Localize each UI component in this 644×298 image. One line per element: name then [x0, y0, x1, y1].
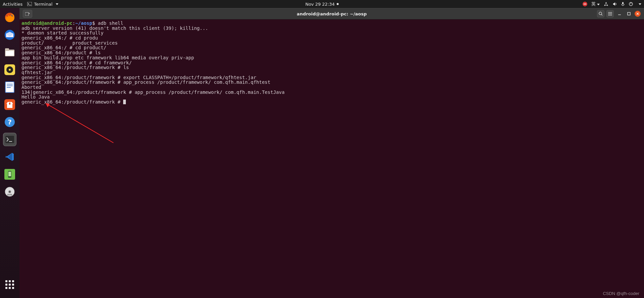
svg-rect-23	[9, 103, 10, 105]
dock-help[interactable]: ?	[3, 115, 16, 129]
dock-thunderbird[interactable]	[3, 28, 16, 42]
dvd-icon: DVD	[4, 186, 15, 197]
term-line: generic_x86_64:/product/framework # expo…	[21, 75, 256, 80]
microphone-icon[interactable]	[621, 2, 625, 6]
svg-rect-26	[5, 136, 14, 143]
network-icon[interactable]	[604, 2, 608, 6]
svg-rect-0	[27, 2, 32, 6]
files-icon	[4, 48, 15, 57]
dock-firefox[interactable]	[3, 11, 16, 24]
titlebar: android@android-pc: ~/aosp	[19, 8, 644, 19]
new-tab-button[interactable]	[23, 10, 32, 18]
cursor	[123, 100, 126, 104]
chevron-down-icon	[56, 3, 58, 5]
gnome-topbar: Activities Terminal Nov 29 22:34 英	[0, 0, 644, 8]
watermark: CSDN @qfh-coder	[603, 291, 639, 296]
clock[interactable]: Nov 29 22:34	[305, 2, 339, 7]
svg-rect-18	[7, 84, 13, 84]
window-title: android@android-pc: ~/aosp	[297, 11, 366, 16]
terminal-window: android@android-pc: ~/aosp android@andro…	[19, 8, 644, 298]
term-line: generic_x86_64:/product # ls	[21, 50, 101, 55]
dock-android-studio[interactable]	[3, 168, 16, 181]
dock-dvd[interactable]: DVD	[3, 185, 16, 198]
term-line: adb server version (41) doesn't match th…	[21, 25, 208, 31]
prompt-path: ~/aosp	[75, 20, 92, 26]
svg-rect-36	[25, 12, 29, 16]
term-line: adb shell	[95, 20, 123, 26]
close-button[interactable]	[635, 11, 641, 17]
term-line: Aborted	[21, 84, 41, 90]
maximize-icon	[627, 12, 631, 15]
term-line: generic_x86_64:/product/framework # app_…	[21, 79, 270, 85]
terminal-icon	[5, 136, 14, 143]
dock-writer[interactable]	[3, 80, 16, 94]
hamburger-menu-button[interactable]	[606, 10, 614, 17]
svg-rect-45	[628, 12, 630, 15]
clock-label: Nov 29 22:34	[305, 2, 335, 7]
help-icon: ?	[4, 117, 15, 127]
annotation-arrow	[40, 99, 117, 146]
new-tab-icon	[25, 12, 30, 16]
svg-point-34	[9, 191, 10, 192]
prompt-sep: :	[72, 20, 75, 26]
android-icon	[4, 169, 15, 180]
svg-rect-20	[7, 87, 11, 88]
term-line: product/ product_services	[21, 40, 118, 46]
maximize-button[interactable]	[625, 10, 633, 17]
hamburger-icon	[608, 12, 612, 15]
app-menu[interactable]: Terminal	[27, 2, 58, 7]
dock-files[interactable]	[3, 46, 16, 59]
svg-rect-5	[622, 2, 624, 4]
app-menu-label: Terminal	[34, 2, 52, 7]
notification-dot-icon	[337, 3, 339, 5]
terminal-icon	[27, 2, 32, 6]
term-line: Hello Java	[21, 94, 50, 100]
power-icon[interactable]	[629, 2, 633, 6]
svg-rect-30	[8, 172, 11, 176]
input-language-label: 英	[591, 1, 596, 6]
search-button[interactable]	[597, 10, 604, 17]
dock: ? DVD	[0, 8, 19, 298]
minimize-icon	[618, 12, 621, 15]
dock-terminal[interactable]	[3, 133, 16, 146]
prompt-dollar: $	[92, 20, 95, 26]
svg-line-40	[601, 14, 602, 15]
term-line: generic_x86_64:/product # cd framework/	[21, 60, 132, 65]
svg-point-16	[9, 69, 11, 71]
dock-rhythmbox[interactable]	[3, 63, 16, 76]
svg-text:DVD: DVD	[7, 193, 12, 196]
activities-button[interactable]: Activities	[3, 2, 22, 7]
search-icon	[599, 12, 603, 16]
apps-grid-icon	[5, 280, 14, 289]
firefox-icon	[4, 12, 15, 23]
close-icon	[636, 12, 639, 15]
minimize-button[interactable]	[616, 10, 623, 17]
input-language[interactable]: 英	[591, 1, 600, 7]
term-line: generic_x86_64:/ # cd produ	[21, 35, 98, 41]
term-line: generic_x86_64:/product/framework #	[21, 99, 123, 105]
term-line: 134|generic_x86_64:/product/framework # …	[21, 90, 285, 95]
terminal-body[interactable]: android@android-pc:~/aosp$ adb shell adb…	[19, 19, 644, 298]
volume-icon[interactable]	[612, 2, 617, 6]
prompt-user: android@android-pc	[21, 20, 72, 26]
svg-rect-12	[5, 48, 9, 51]
term-line: * daemon started successfully	[21, 30, 103, 36]
chevron-down-icon	[597, 4, 600, 5]
dock-software[interactable]	[3, 98, 16, 111]
term-line: qfhtest.jar	[21, 70, 53, 75]
libreoffice-writer-icon	[5, 81, 14, 93]
svg-point-39	[599, 12, 602, 15]
vscode-icon	[5, 152, 15, 162]
svg-text:?: ?	[8, 118, 12, 126]
chevron-down-icon	[639, 3, 641, 5]
svg-rect-19	[7, 85, 13, 86]
term-line: app bin build.prop etc framework lib64 m…	[21, 55, 194, 60]
do-not-disturb-icon[interactable]	[583, 2, 587, 6]
ubuntu-software-icon	[4, 99, 15, 110]
rhythmbox-icon	[4, 64, 15, 75]
show-applications[interactable]	[3, 278, 16, 291]
term-line: generic_x86_64:/product/framework # ls	[21, 65, 129, 70]
term-line: generic_x86_64:/ # cd product/	[21, 45, 106, 50]
dock-vscode[interactable]	[3, 150, 16, 164]
thunderbird-icon	[4, 29, 15, 41]
